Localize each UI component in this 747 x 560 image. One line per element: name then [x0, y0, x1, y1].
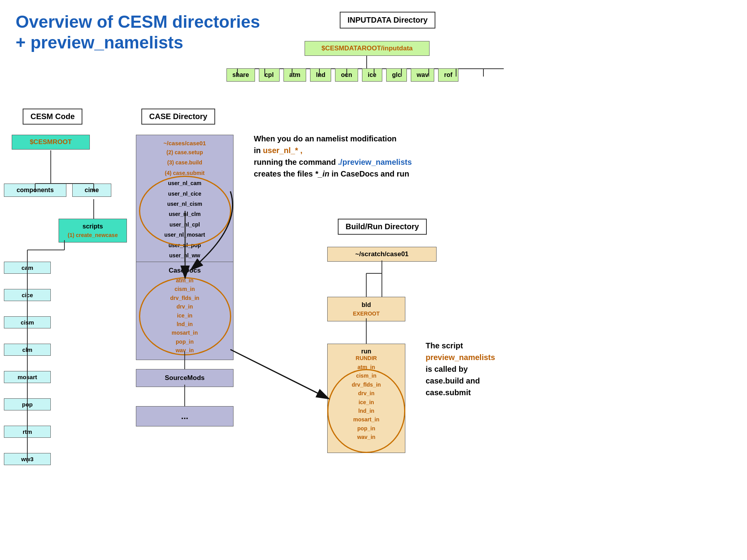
cesmroot-box: $CESMROOT: [12, 135, 90, 150]
cime-box: cime: [72, 184, 111, 197]
run-name: run: [332, 348, 401, 355]
case-directory-label: CASE Directory: [141, 109, 215, 125]
inputdata-child-glc: glc: [386, 68, 407, 82]
script-info-line2: preview_namelists: [426, 351, 495, 363]
inputdata-child-atm: atm: [283, 68, 306, 82]
create-newcase-label: (1) create_newcase: [63, 231, 123, 239]
comp-rtm: rtm: [4, 426, 51, 438]
comp-mosart: mosart: [4, 371, 51, 383]
case-build: (3) case.build: [140, 158, 229, 167]
comp-pop: pop: [4, 398, 51, 410]
case-path: ~/cases/case01: [140, 140, 229, 146]
comp-ww3: ww3: [4, 453, 51, 465]
scripts-label: scripts: [63, 222, 123, 231]
inputdata-child-lnd: lnd: [310, 68, 331, 82]
info-line3: running the command ./preview_namelists: [254, 156, 412, 168]
buildrun-directory-label: Build/Run Directory: [338, 219, 427, 235]
scripts-box: scripts (1) create_newcase: [59, 219, 127, 243]
comp-cism: cism: [4, 316, 51, 328]
bld-box: bld EXEROOT: [327, 297, 405, 321]
info-line4: creates the files *_in in CaseDocs and r…: [254, 168, 412, 180]
scratch-box: ~/scratch/case01: [327, 247, 437, 262]
script-info-line4: case.build and: [426, 375, 495, 387]
info-line1: When you do an namelist modification: [254, 133, 412, 144]
inputdata-child-rof: rof: [438, 68, 458, 82]
inputdata-child-ice: ice: [362, 68, 382, 82]
script-info-line5: case.submit: [426, 387, 495, 398]
inputdata-root-box: $CESMDATAROOT/inputdata: [305, 41, 430, 56]
sourcemods-box: SourceMods: [136, 369, 234, 387]
casedocs-title: CaseDocs: [140, 267, 229, 275]
exeroot-label: EXEROOT: [332, 310, 401, 318]
connector-lines: [0, 0, 747, 560]
inputdata-directory-label: INPUTDATA Directory: [340, 12, 435, 29]
case-oval-userfiles: [139, 176, 231, 246]
comp-clm: clm: [4, 344, 51, 356]
case-dots-box: ...: [136, 406, 234, 426]
script-info-line3: is called by: [426, 363, 495, 375]
comp-cice: cice: [4, 289, 51, 301]
inputdata-child-ocn: ocn: [335, 68, 358, 82]
rundir-label: RUNDIR: [332, 355, 401, 361]
inputdata-child-wav: wav: [411, 68, 434, 82]
case-setup: (2) case.setup: [140, 148, 229, 157]
user-nl-ww: user_nl_ww: [140, 251, 229, 260]
cesm-code-label: CESM Code: [23, 109, 82, 125]
inputdata-child-share: share: [226, 68, 255, 82]
components-box: components: [4, 184, 66, 197]
comp-cam: cam: [4, 262, 51, 274]
info-line2: in user_nl_* ,: [254, 144, 412, 156]
casedocs-oval: [139, 277, 231, 355]
bld-name: bld: [332, 300, 401, 310]
script-info-line1: The script: [426, 340, 495, 351]
info-text-block: When you do an namelist modification in …: [254, 133, 412, 180]
script-info-block: The script preview_namelists is called b…: [426, 340, 495, 398]
inputdata-vline: [366, 55, 367, 69]
inputdata-children: share cpl atm lnd ocn ice glc wav rof: [226, 68, 458, 82]
inputdata-child-cpl: cpl: [259, 68, 280, 82]
run-oval: [327, 369, 405, 453]
page-title: Overview of CESM directories + preview_n…: [16, 12, 260, 53]
